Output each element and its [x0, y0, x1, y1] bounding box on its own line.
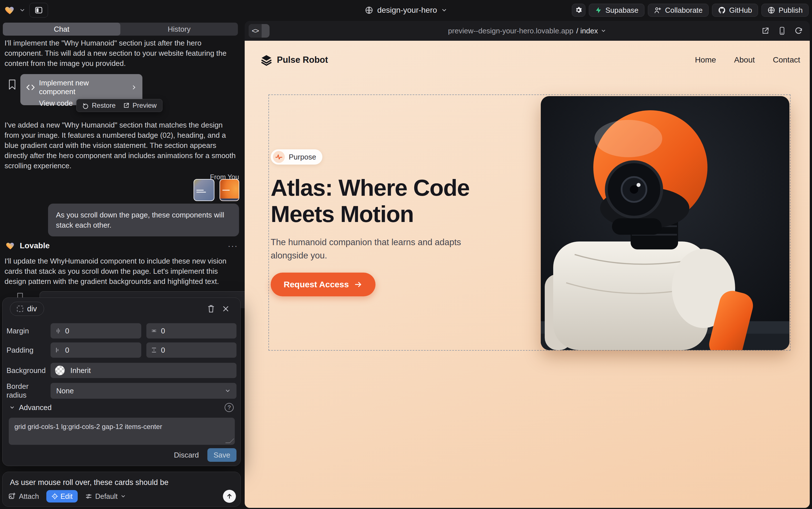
margin-vertical-icon — [151, 328, 157, 334]
selected-hero-section[interactable]: Purpose Atlas: Where Code Meets Motion T… — [268, 95, 790, 351]
attach-image-icon — [8, 492, 16, 500]
assistant-message-2: I've added a new "Why Humanoid" section … — [4, 120, 239, 171]
arrow-right-icon — [354, 280, 363, 289]
hero-heading: Atlas: Where Code Meets Motion — [271, 175, 505, 227]
supabase-bolt-icon — [595, 6, 602, 14]
composer-input[interactable]: As user mouse roll over, these cards sho… — [10, 478, 233, 487]
nav-about[interactable]: About — [734, 56, 754, 65]
attachment-thumbnail-blue[interactable] — [193, 179, 215, 201]
margin-horizontal-icon — [55, 328, 61, 334]
request-access-button[interactable]: Request Access — [271, 273, 375, 296]
assistant-name: Lovable — [20, 241, 50, 250]
mobile-view-button[interactable] — [778, 27, 786, 35]
site-nav: Home About Contact — [695, 56, 800, 65]
publish-button[interactable]: Publish — [762, 4, 809, 17]
external-link-icon — [123, 102, 130, 109]
settings-button[interactable] — [572, 4, 585, 17]
project-chevron-down-icon — [441, 7, 447, 13]
preview-button[interactable]: Preview — [123, 102, 156, 109]
nav-home[interactable]: Home — [695, 56, 716, 65]
chat-composer[interactable]: As user mouse roll over, these cards sho… — [2, 472, 241, 507]
chevron-down-icon — [9, 405, 15, 410]
code-icon: <> — [249, 24, 262, 38]
chevron-down-icon — [225, 388, 231, 394]
discard-button[interactable]: Discard — [174, 451, 199, 460]
chevron-down-icon — [120, 494, 126, 499]
purpose-badge: Purpose — [271, 149, 322, 165]
close-icon — [222, 305, 229, 312]
version-toolbar: Restore Preview — [76, 99, 162, 112]
github-button[interactable]: GitHub — [712, 4, 758, 17]
restore-button[interactable]: Restore — [82, 102, 116, 109]
hero-subheading: The humanoid companion that learns and a… — [271, 236, 463, 262]
background-label: Background — [6, 366, 50, 375]
site-brand[interactable]: Pulse Robot — [260, 54, 328, 66]
website-viewport: Pulse Robot Home About Contact Purpose A… — [245, 41, 810, 508]
site-header: Pulse Robot Home About Contact — [260, 51, 800, 69]
padding-vertical-icon — [151, 347, 157, 353]
arrow-up-icon — [226, 493, 233, 500]
help-icon[interactable]: ? — [225, 403, 234, 412]
element-outline-icon — [17, 306, 23, 312]
chat-panel: Chat History I'll implement the "Why Hum… — [0, 20, 243, 509]
margin-y-input[interactable]: 0 — [146, 323, 236, 338]
chevron-down-icon — [601, 28, 606, 34]
tab-history[interactable]: History — [120, 23, 238, 36]
delete-element-button[interactable] — [204, 301, 218, 316]
lovable-logo-heart-icon[interactable] — [4, 5, 15, 15]
chevron-right-icon — [131, 84, 137, 91]
attachment-thumbnail-orange[interactable] — [220, 179, 239, 201]
padding-y-input[interactable]: 0 — [146, 342, 236, 358]
sliders-icon — [85, 493, 93, 500]
padding-row: Padding 0 0 — [6, 342, 236, 358]
open-external-button[interactable] — [761, 27, 770, 35]
assistant-header: Lovable ··· — [6, 241, 238, 250]
send-button[interactable] — [223, 490, 236, 503]
project-switcher[interactable]: design-your-hero — [365, 0, 447, 20]
bookmark-icon[interactable] — [8, 79, 16, 90]
transparency-swatch-icon — [55, 366, 65, 375]
code-view-toggle[interactable]: <> — [249, 24, 269, 38]
preview-panel: <> preview--design-your-hero.lovable.app… — [245, 21, 810, 508]
chat-history-tabs: Chat History — [3, 23, 238, 36]
trash-icon — [207, 305, 215, 313]
selected-element-chip[interactable]: div — [10, 302, 44, 316]
border-radius-row: Border radius None — [6, 382, 236, 400]
padding-x-input[interactable]: 0 — [50, 342, 141, 358]
save-button[interactable]: Save — [208, 448, 236, 462]
user-message-bubble: As you scroll down the page, these compo… — [48, 204, 239, 236]
close-inspector-button[interactable] — [218, 301, 233, 316]
publish-globe-icon — [767, 6, 775, 14]
tab-chat[interactable]: Chat — [3, 23, 120, 36]
pulse-icon — [273, 151, 285, 163]
refresh-button[interactable] — [795, 27, 803, 35]
selected-element-tag: div — [27, 305, 37, 313]
purpose-badge-label: Purpose — [289, 153, 316, 162]
sidebar-toggle-button[interactable] — [29, 3, 48, 18]
edit-mode-button[interactable]: Edit — [46, 490, 78, 503]
advanced-section-header[interactable]: Advanced ? — [9, 403, 234, 412]
assistant-message-1: I'll implement the "Why Humanoid" sectio… — [4, 38, 239, 68]
border-radius-select[interactable]: None — [50, 383, 236, 399]
supabase-button[interactable]: Supabase — [589, 4, 644, 17]
padding-horizontal-icon — [55, 347, 61, 353]
layers-icon — [260, 54, 272, 66]
collaborate-button[interactable]: Collaborate — [648, 4, 709, 17]
message-menu-button[interactable]: ··· — [228, 241, 238, 250]
preview-path: / index — [576, 27, 598, 35]
logo-chevron-down-icon[interactable] — [19, 7, 26, 13]
margin-label: Margin — [6, 327, 50, 335]
advanced-label: Advanced — [19, 403, 52, 412]
background-row: Background Inherit — [6, 363, 236, 378]
attach-button[interactable]: Attach — [8, 492, 39, 501]
margin-row: Margin 0 0 — [6, 323, 236, 338]
preview-address[interactable]: preview--design-your-hero.lovable.app / … — [448, 21, 606, 41]
nav-contact[interactable]: Contact — [773, 56, 801, 65]
component-card-title: Implement new component — [39, 79, 127, 96]
background-input[interactable]: Inherit — [50, 363, 236, 378]
tailwind-classes-textarea[interactable]: grid grid-cols-1 lg:grid-cols-2 gap-12 i… — [9, 418, 235, 445]
model-selector[interactable]: Default — [85, 492, 126, 501]
margin-x-input[interactable]: 0 — [50, 323, 141, 338]
border-radius-label: Border radius — [6, 382, 50, 400]
restore-icon — [82, 102, 89, 109]
